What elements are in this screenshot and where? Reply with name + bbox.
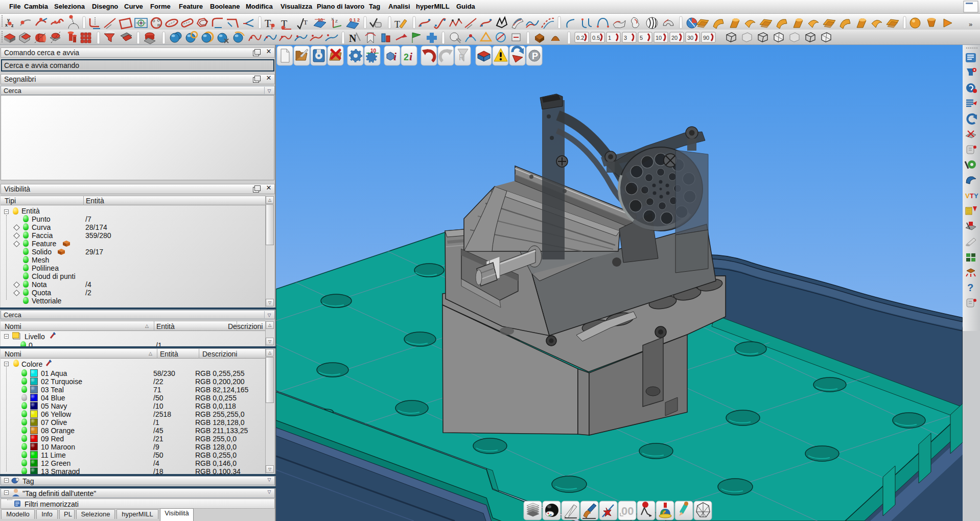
svg-text:i: i	[409, 50, 413, 63]
svg-text:N: N	[349, 33, 357, 44]
svg-text:00: 00	[621, 505, 634, 517]
svg-text:Y: Y	[974, 192, 978, 200]
svg-text:R: R	[459, 53, 465, 62]
svg-text:T: T	[970, 192, 974, 200]
svg-text:i: i	[393, 50, 397, 63]
svg-text:2: 2	[404, 52, 409, 62]
svg-text:3: 3	[624, 35, 627, 41]
svg-text:90: 90	[703, 35, 709, 41]
svg-text:?: ?	[967, 282, 973, 293]
svg-text:0.5: 0.5	[592, 35, 600, 41]
svg-text:P: P	[532, 51, 538, 61]
svg-text:V: V	[965, 192, 970, 200]
svg-text:20: 20	[671, 35, 678, 41]
svg-text:1: 1	[608, 35, 611, 41]
svg-text:0.2: 0.2	[576, 35, 584, 41]
svg-text:10: 10	[656, 35, 662, 41]
svg-text:5: 5	[640, 35, 643, 41]
svg-text:30: 30	[687, 35, 693, 41]
